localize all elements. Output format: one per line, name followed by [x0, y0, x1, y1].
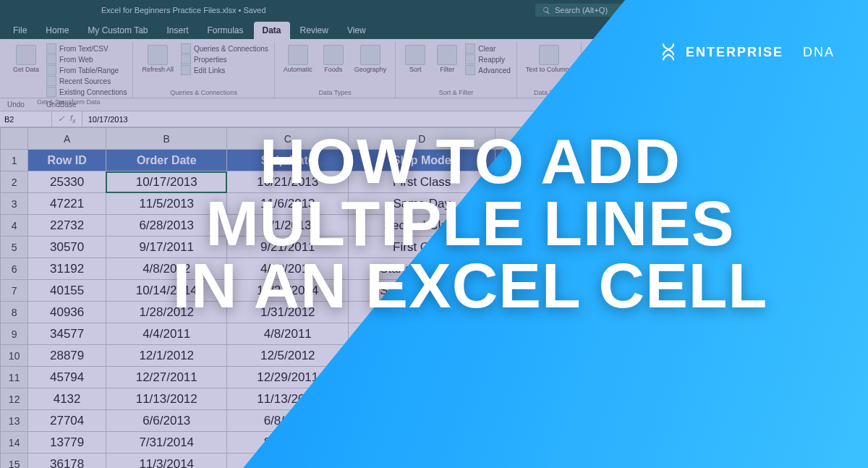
- cell[interactable]: Greg Maxwell: [539, 323, 738, 345]
- cell[interactable]: 11/13/2012: [106, 388, 227, 410]
- spreadsheet-grid[interactable]: ABCDEF 1Row IDOrder DateShip DateShip Mo…: [0, 127, 868, 468]
- fx-icons[interactable]: ✓fx: [52, 111, 82, 127]
- cell[interactable]: [738, 302, 868, 323]
- data-type-geography[interactable]: Geography: [352, 43, 390, 88]
- cell[interactable]: Consumer: [738, 171, 868, 193]
- cell[interactable]: [495, 258, 539, 280]
- table-header-cell[interactable]: [495, 150, 539, 171]
- cell[interactable]: Second Class: [349, 215, 495, 237]
- cell[interactable]: 36178: [28, 454, 106, 469]
- table-header-cell[interactable]: Row ID: [28, 150, 106, 171]
- ribbon-item[interactable]: Advanced: [465, 65, 510, 75]
- cell[interactable]: 27704: [28, 410, 106, 432]
- tab-my-custom-tab[interactable]: My Custom Tab: [79, 22, 156, 39]
- cell[interactable]: 9/21/2011: [227, 237, 349, 258]
- cell[interactable]: 12/5/2012: [227, 345, 349, 367]
- cell[interactable]: 4132: [28, 388, 106, 410]
- ribbon-item[interactable]: Existing Connections: [46, 87, 127, 97]
- cell[interactable]: 1/31/2012: [227, 302, 349, 323]
- tab-data[interactable]: Data: [254, 22, 290, 39]
- tab-file[interactable]: File: [4, 22, 35, 39]
- name-box[interactable]: B2: [0, 111, 52, 127]
- row-header[interactable]: 7: [1, 280, 28, 302]
- cell[interactable]: [738, 388, 868, 410]
- cell[interactable]: Vicky Freymann: [539, 388, 738, 410]
- cell[interactable]: Ben Petern: [539, 432, 738, 454]
- data-type-automatic[interactable]: Automatic: [281, 43, 315, 88]
- row-header[interactable]: 1: [1, 150, 28, 171]
- cell[interactable]: 1/28/2012: [106, 302, 227, 323]
- cell[interactable]: 10/21/2014: [227, 280, 349, 302]
- row-header[interactable]: 10: [1, 345, 28, 367]
- ribbon-item[interactable]: Clear: [465, 43, 510, 54]
- sort-button[interactable]: Sort: [401, 43, 429, 88]
- cell[interactable]: 9/17/2011: [106, 237, 227, 258]
- cell[interactable]: [495, 215, 539, 237]
- table-header-cell[interactable]: Ship Mode: [349, 150, 495, 171]
- cell[interactable]: Same Day: [349, 193, 495, 215]
- column-header[interactable]: B: [106, 128, 227, 150]
- cell[interactable]: [495, 454, 539, 469]
- cell[interactable]: Second Class: [349, 410, 495, 432]
- refresh-all-button[interactable]: Refresh All: [139, 43, 176, 88]
- data-type-foods[interactable]: Foods: [320, 43, 347, 88]
- cell[interactable]: Thomas B: [539, 454, 738, 469]
- cell[interactable]: 4/8/2012: [106, 258, 227, 280]
- ribbon-item[interactable]: Properties: [181, 54, 268, 64]
- cell[interactable]: Craig Reiter: [539, 171, 738, 193]
- filter-button[interactable]: Filter: [433, 43, 461, 88]
- cell[interactable]: 4/12/2012: [227, 258, 349, 280]
- cell[interactable]: First Class: [349, 237, 495, 258]
- cell[interactable]: 10/21/2013: [227, 171, 349, 193]
- cell[interactable]: [495, 345, 539, 367]
- table-header-cell[interactable]: Ship Date: [227, 150, 349, 171]
- tab-insert[interactable]: Insert: [158, 22, 197, 39]
- cell[interactable]: [495, 237, 539, 258]
- column-header[interactable]: C: [227, 128, 349, 150]
- table-header-cell[interactable]: Customer Name: [539, 150, 738, 171]
- cell[interactable]: 40936: [28, 302, 106, 323]
- select-all-corner[interactable]: [1, 128, 28, 150]
- cell[interactable]: Second Class: [349, 367, 495, 388]
- cell[interactable]: Jane Waco: [539, 280, 738, 302]
- cell[interactable]: [495, 410, 539, 432]
- row-header[interactable]: 9: [1, 323, 28, 345]
- cell[interactable]: 25330: [28, 171, 106, 193]
- ribbon-item[interactable]: From Table/Range: [46, 65, 127, 75]
- cell[interactable]: [738, 432, 868, 454]
- search-box[interactable]: Search (Alt+Q): [535, 4, 680, 17]
- cell[interactable]: 10/14/2014: [106, 280, 227, 302]
- cell[interactable]: [738, 345, 868, 367]
- cell[interactable]: Standard Class: [349, 280, 495, 302]
- get-data-button[interactable]: Get Data: [10, 43, 42, 97]
- cell[interactable]: [495, 171, 539, 193]
- ribbon-item[interactable]: Edit Links: [181, 65, 268, 75]
- cell[interactable]: 6/6/2013: [106, 410, 227, 432]
- text-to-columns-button[interactable]: Text to Columns: [523, 43, 576, 88]
- row-header[interactable]: 15: [1, 454, 28, 469]
- row-header[interactable]: 4: [1, 215, 28, 237]
- cell[interactable]: Standard Class: [349, 323, 495, 345]
- row-header[interactable]: 3: [1, 193, 28, 215]
- cell[interactable]: Ritchie: [539, 215, 738, 237]
- cell[interactable]: [495, 388, 539, 410]
- cell[interactable]: 11/6/2013: [227, 193, 349, 215]
- cell[interactable]: [738, 367, 868, 388]
- row-header[interactable]: 8: [1, 302, 28, 323]
- ribbon-item[interactable]: From Text/CSV: [46, 43, 127, 54]
- cell[interactable]: 31192: [28, 258, 106, 280]
- row-header[interactable]: 2: [1, 171, 28, 193]
- cell[interactable]: 12/29/2011: [227, 367, 349, 388]
- cell[interactable]: 8/3/2014: [227, 432, 349, 454]
- ribbon-item[interactable]: Reapply: [465, 54, 510, 64]
- cell[interactable]: [495, 280, 539, 302]
- cell[interactable]: First Class: [349, 171, 495, 193]
- cell[interactable]: 7/1/2013: [227, 215, 349, 237]
- cell[interactable]: Standard Class: [349, 258, 495, 280]
- cell[interactable]: 47221: [28, 193, 106, 215]
- cell[interactable]: 45794: [28, 367, 106, 388]
- cell[interactable]: 11/6/2014: [227, 454, 349, 469]
- row-header[interactable]: 12: [1, 388, 28, 410]
- cell[interactable]: Second Class: [349, 432, 495, 454]
- ribbon-item[interactable]: From Web: [46, 54, 127, 64]
